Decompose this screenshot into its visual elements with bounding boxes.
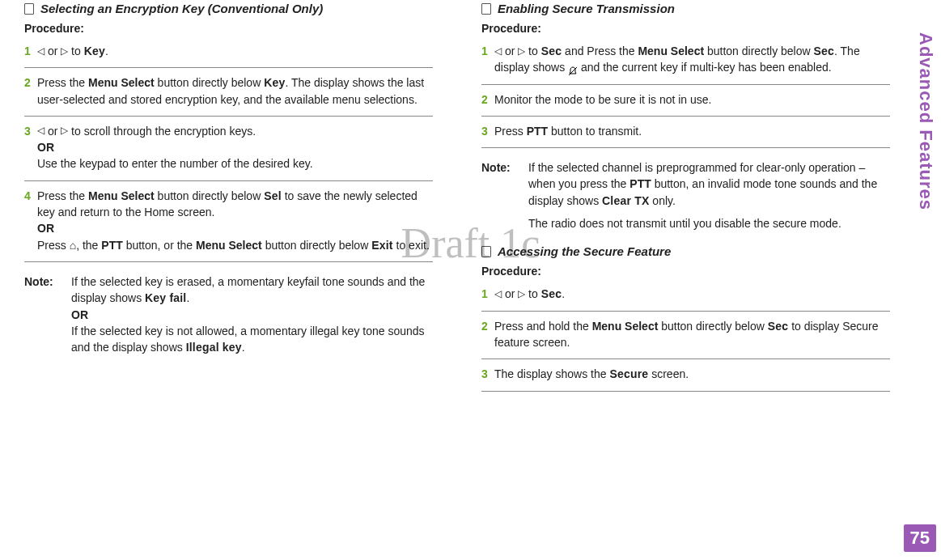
step-divider [24,67,433,68]
ui-menu-select: Menu Select [196,239,262,252]
section-title-text: Selecting an Encryption Key (Conventiona… [40,2,323,15]
text: The display shows the [494,367,609,380]
step-body: The display shows the Secure screen. [494,366,890,382]
step-divider [481,358,890,359]
text: screen. [648,367,689,380]
ui-ptt: PTT [629,177,651,190]
text: The radio does not transmit until you di… [528,215,890,231]
section-title-text: Accessing the Secure Feature [498,244,671,258]
text: or [502,45,518,57]
right-column: Enabling Secure Transmission Procedure: … [481,2,890,397]
procedure-heading: Procedure: [481,22,890,35]
procedure-heading: Procedure: [481,265,890,278]
text: button directly below [155,189,264,202]
step-number: 2 [24,74,37,108]
text: button directly below [155,76,264,89]
step-divider [481,147,890,148]
nav-right-icon [61,124,68,138]
text: button directly below [704,45,813,57]
text: or [45,45,61,57]
or-label: OR [37,220,433,236]
ui-ptt: PTT [101,239,122,252]
nav-left-icon [37,45,45,58]
step-number: 1 [24,43,37,59]
step-row: 2 Monitor the mode to be sure it is not … [481,91,890,108]
step-number: 1 [481,286,494,302]
text: only. [649,194,675,207]
section-icon [481,3,491,15]
ui-menu-select: Menu Select [88,189,155,202]
step-body: or to Sec. [494,286,890,302]
step-row: 3 or to scroll through the encryption ke… [24,123,433,172]
step-body: Press PTT button to transmit. [494,123,890,139]
display-keyfail: Key fail [145,291,186,304]
text: Press [494,125,527,138]
two-column-layout: Selecting an Encryption Key (Conventiona… [24,2,917,397]
text: button, or the [123,239,196,252]
step-row: 3 The display shows the Secure screen. [481,366,890,382]
step-number: 3 [24,123,37,172]
section-icon [24,3,34,15]
text: Press and hold the [494,320,592,333]
step-row: 1 or to Sec. [481,286,890,302]
step-divider [481,84,890,85]
step-divider [481,116,890,117]
step-row: 1 or to Key. [24,43,433,59]
step-body: Press and hold the Menu Select button di… [494,318,890,351]
section-title-text: Enabling Secure Transmission [498,2,675,15]
section-title-right1: Enabling Secure Transmission [481,2,890,15]
nav-right-icon [518,45,525,58]
text: or [45,125,61,138]
display-sel: Sel [264,189,282,202]
text: . [242,341,245,354]
text: to [525,287,540,300]
ui-menu-select: Menu Select [88,76,155,89]
step-divider [24,261,433,262]
step-body: or to Key. [37,43,433,59]
text: button directly below [658,320,767,333]
home-icon [70,239,76,252]
note-body: If the selected key is erased, a momenta… [71,274,433,355]
text: button to transmit. [548,125,642,138]
text: and the current key if multi-key has bee… [578,61,832,74]
text: . [562,287,565,300]
text: to [68,45,83,57]
nav-left-icon [37,124,45,138]
text: . [186,291,189,304]
text: and Press the [562,45,638,57]
display-illegalkey: Illegal key [186,341,242,354]
display-sec: Sec [541,287,562,300]
display-sec: Sec [814,45,835,57]
text: Press [37,239,70,252]
display-sec: Sec [768,320,789,333]
display-cleartx: Clear TX [602,194,649,207]
or-label: OR [71,307,433,323]
side-tab-label: Advanced Features [915,32,936,210]
display-sec: Sec [541,45,562,57]
display-exit: Exit [371,239,392,252]
text: or [502,287,518,300]
step-body: Press the Menu Select button directly be… [37,74,433,108]
display-key: Key [264,76,285,89]
left-column: Selecting an Encryption Key (Conventiona… [24,2,433,397]
nav-right-icon [518,287,525,301]
or-label: OR [37,139,433,155]
text: to scroll through the encryption keys. [68,125,256,138]
step-body: Monitor the mode to be sure it is not in… [494,91,890,108]
text: to exit. [393,239,430,252]
display-secure: Secure [609,367,648,380]
step-number: 3 [481,123,494,139]
procedure-heading: Procedure: [24,22,433,35]
text: Press the [37,189,88,202]
note-block: Note: If the selected channel is preprog… [481,159,890,231]
section-icon [481,246,491,257]
step-number: 1 [481,43,494,76]
step-number: 3 [481,366,494,382]
nav-right-icon [61,45,68,58]
text: button directly below [262,239,371,252]
section-title-right2: Accessing the Secure Feature [481,244,890,258]
text: Use the keypad to enter the number of th… [37,155,433,172]
text: . [105,45,108,57]
step-body: or to scroll through the encryption keys… [37,123,433,172]
step-divider [481,311,890,312]
